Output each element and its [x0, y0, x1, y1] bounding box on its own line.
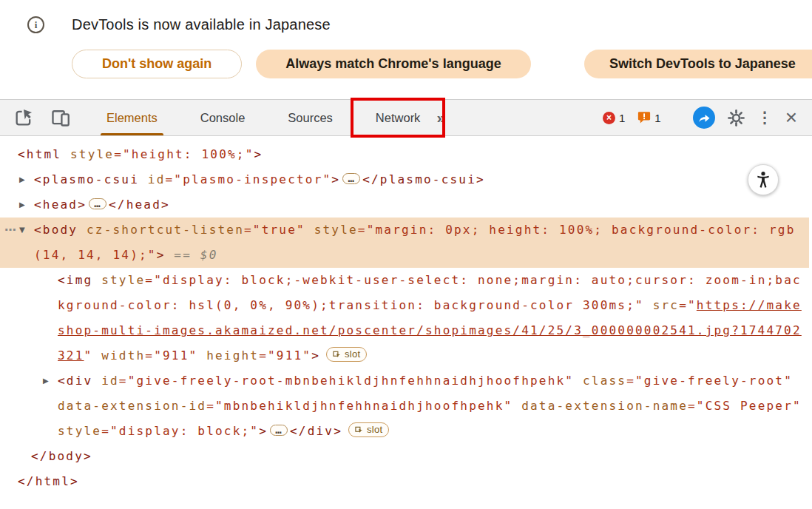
dom-token-tag: </html> [18, 474, 79, 488]
dom-token-tag: <head> [34, 198, 87, 212]
issue-count: 1 [654, 112, 660, 124]
dom-token-val: ="height: 100%;" [114, 147, 254, 161]
slot-badge[interactable]: slot [348, 422, 389, 437]
dom-token-attr: class [574, 374, 626, 388]
error-count: 1 [619, 112, 625, 124]
dont-show-again-button[interactable]: Don't show again [72, 50, 242, 78]
info-glyph: i [35, 19, 38, 31]
dom-tree: <html style="height: 100%;">▶<plasmo-csu… [0, 136, 812, 509]
tab-elements-label: Elements [106, 111, 158, 125]
dom-token-tag: </div> [290, 424, 342, 438]
dom-token-val: ="911" [259, 348, 311, 363]
devtools-window: i DevTools is now available in Japanese … [0, 0, 812, 509]
banner-title: DevTools is now available in Japanese [72, 16, 331, 33]
info-icon: i [27, 16, 44, 33]
dom-tree-line[interactable]: ▶<head>…</head> [0, 192, 809, 218]
dom-token-attr: data-extension-name [512, 399, 688, 413]
dom-token-tag: </head> [109, 198, 170, 212]
dom-token-val: ="true" [244, 223, 305, 237]
dom-tree-line[interactable]: </html> [0, 469, 809, 494]
dom-token-val: ="CSS Peeper" [688, 399, 802, 413]
dom-token-attr: style [305, 223, 358, 237]
dom-tree-line[interactable]: ▶<plasmo-csui id="plasmo-inspector">…</p… [0, 167, 809, 192]
tab-sources[interactable]: Sources [276, 100, 345, 135]
dom-tree-line[interactable]: </body> [0, 444, 809, 469]
dom-token-tag: <plasmo-csui [34, 172, 139, 186]
dom-tree-line[interactable]: …▼<body cz-shortcut-listen="true" style=… [0, 218, 809, 268]
close-icon: × [785, 107, 797, 128]
device-toolbar-button[interactable] [50, 107, 71, 128]
toolbar-right-group: × 1 1 [603, 100, 812, 135]
dom-tree-line[interactable]: <html style="height: 100%;"> [0, 142, 809, 167]
dom-token-tag: </body> [31, 449, 92, 463]
dom-token-tag: > [311, 348, 320, 363]
dom-token-attr: style [61, 147, 114, 161]
error-icon: × [603, 112, 615, 124]
tab-console[interactable]: Console [189, 100, 257, 135]
slot-badge-label: slot [367, 425, 382, 434]
tab-elements[interactable]: Elements [95, 100, 169, 135]
issue-count-button[interactable]: 1 [637, 111, 660, 124]
inline-expand-button[interactable]: … [342, 173, 360, 184]
expand-arrow-icon[interactable]: ▶ [19, 167, 25, 192]
expand-arrow-icon[interactable]: ▶ [19, 192, 25, 218]
collapse-arrow-icon[interactable]: ▼ [19, 218, 25, 243]
dom-tree-line[interactable]: <img style="display: block;-webkit-user-… [0, 268, 809, 368]
dom-token-attr: id [139, 172, 166, 186]
dom-token-tag: <div [58, 374, 92, 388]
error-count-button[interactable]: × 1 [603, 112, 625, 124]
inline-expand-button[interactable]: … [89, 198, 106, 209]
inline-expand-button[interactable]: … [270, 425, 288, 436]
expand-arrow-icon[interactable]: ▶ [43, 368, 49, 394]
dom-token-tag: > [157, 248, 166, 262]
three-dots-icon: ⋮ [757, 109, 773, 127]
accessibility-person-icon [754, 170, 773, 189]
dom-token-tag: > [259, 424, 268, 438]
device-toolbar-icon [50, 107, 71, 128]
dom-token-tag: <html [18, 147, 61, 161]
dom-token-val: ="plasmo-inspector" [166, 172, 332, 186]
arrow-icon [697, 111, 711, 124]
gutter-overflow-icon[interactable]: … [4, 215, 16, 240]
dom-token-attr: width [92, 348, 145, 363]
dom-token-val: ="display: block;" [101, 424, 259, 438]
dom-token-val: ="mbnbehikldjhnfehhnaidhjhoofhpehk" [206, 399, 512, 413]
accessibility-button[interactable] [748, 164, 779, 195]
dom-token-attr: style [92, 273, 145, 287]
tab-network[interactable]: Network [364, 100, 433, 135]
panel-tabs: Elements Console Sources Network [95, 100, 432, 135]
dom-tree-line[interactable]: ▶<div id="give-freely-root-mbnbehikldjhn… [0, 368, 809, 444]
customize-menu-button[interactable]: ⋮ [757, 109, 773, 127]
tab-console-label: Console [200, 111, 246, 125]
dom-token-attr: src [644, 298, 679, 312]
dom-token-val: =" [679, 298, 697, 312]
dom-token-val: ="give-freely-root" [626, 374, 793, 388]
inspect-cursor-icon [13, 107, 34, 128]
dom-token-marker: == $0 [166, 248, 218, 262]
dom-token-attr: id [92, 374, 119, 388]
dom-token-tag: </plasmo-csui> [362, 172, 485, 186]
dom-token-tag: <body [34, 223, 78, 237]
extension-toolbar-icon[interactable] [693, 107, 715, 129]
issues-icon [637, 111, 651, 124]
tab-network-label: Network [376, 111, 421, 125]
dom-token-attr: height [197, 348, 259, 363]
error-x-glyph: × [606, 113, 612, 122]
slot-badge[interactable]: slot [326, 347, 367, 362]
close-devtools-button[interactable]: × [785, 107, 797, 128]
dom-token-val: ="911" [145, 348, 197, 363]
dom-token-val: ="give-freely-root-mbnbehikldjhnfehhnaid… [119, 374, 574, 388]
dom-token-tag: <img [58, 273, 92, 287]
dom-token-attr: style [58, 424, 101, 438]
dom-token-attr: cz-shortcut-listen [78, 223, 244, 237]
gear-icon [728, 109, 745, 127]
settings-button[interactable] [728, 109, 745, 127]
inspect-element-button[interactable] [13, 107, 34, 128]
switch-devtools-language-button[interactable]: Switch DevTools to Japanese [584, 50, 812, 78]
dom-token-attr: data-extension-id [58, 399, 206, 413]
devtools-toolbar: Elements Console Sources Network » × 1 [0, 99, 812, 136]
tab-sources-label: Sources [288, 111, 333, 125]
language-banner: i DevTools is now available in Japanese … [0, 0, 812, 99]
match-chrome-language-button[interactable]: Always match Chrome's language [256, 50, 530, 78]
more-tabs-button[interactable]: » [436, 109, 445, 127]
